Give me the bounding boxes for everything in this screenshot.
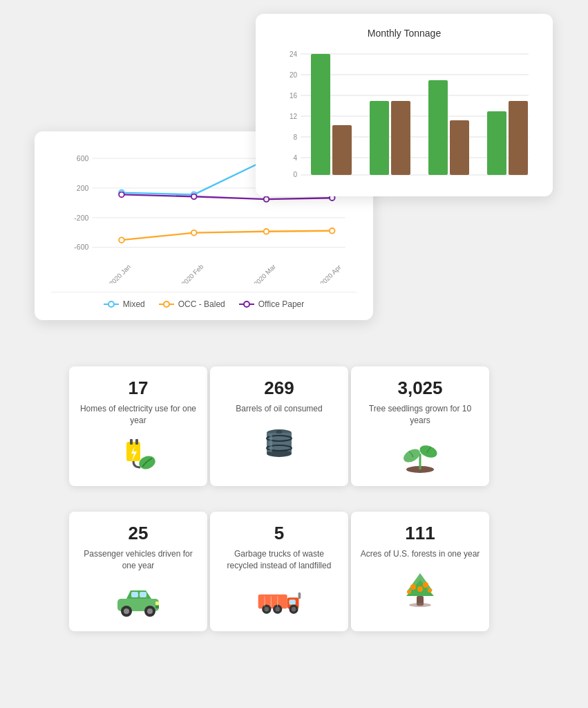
bar-chart-area: 24 20 16 12 8 4 0 (272, 47, 536, 185)
stat-card-electricity: 17 Homes of electricity use for one year (69, 366, 207, 486)
svg-rect-70 (140, 592, 146, 597)
electricity-icon (114, 435, 162, 476)
svg-point-97 (428, 588, 432, 593)
svg-rect-17 (391, 101, 410, 175)
stat-card-seedling: 3,025 Tree seedlings grown for 10 years (351, 366, 489, 486)
svg-point-85 (292, 606, 296, 611)
svg-rect-16 (370, 101, 389, 175)
stat-number-seedling: 3,025 (397, 378, 442, 399)
svg-text:600: 600 (77, 155, 89, 162)
stat-card-forest: 111 Acres of U.S. forests in one year (351, 512, 489, 631)
svg-text:20: 20 (290, 71, 298, 79)
svg-point-42 (119, 192, 124, 198)
svg-rect-63 (276, 430, 282, 434)
svg-rect-15 (332, 125, 352, 175)
svg-rect-54 (135, 439, 138, 445)
stat-number-forest: 111 (405, 523, 435, 544)
svg-rect-21 (509, 101, 528, 175)
stat-label-forest: Acres of U.S. forests in one year (361, 548, 480, 560)
svg-text:24: 24 (290, 50, 298, 58)
svg-text:12: 12 (290, 113, 298, 120)
stat-card-truck: 5 Garbage trucks of waste recycled inste… (210, 512, 348, 631)
stat-label-electricity: Homes of electricity use for one year (77, 403, 199, 427)
svg-rect-18 (428, 80, 448, 175)
svg-text:2020 Jan: 2020 Jan (108, 263, 132, 283)
svg-rect-62 (269, 434, 272, 452)
car-icon (114, 580, 162, 622)
page-container: Monthly Tonnage 24 20 16 12 8 4 0 (0, 0, 588, 708)
bar-chart-card: Monthly Tonnage 24 20 16 12 8 4 0 (256, 14, 553, 196)
svg-text:200: 200 (77, 185, 89, 192)
stat-number-truck: 5 (274, 523, 284, 544)
legend-mixed-label: Mixed (123, 299, 145, 309)
legend-office: Office Paper (239, 299, 304, 309)
svg-point-49 (164, 301, 169, 307)
svg-point-81 (265, 606, 269, 611)
truck-icon (255, 580, 303, 622)
line-chart-legend: Mixed OCC - Baled Office Paper (51, 292, 357, 309)
stats-row-2: 25 Passenger vehicles driven for one yea… (69, 512, 489, 631)
svg-point-95 (417, 586, 423, 592)
svg-text:2020 Feb: 2020 Feb (180, 263, 205, 283)
bar-chart-title: Monthly Tonnage (272, 28, 536, 39)
svg-rect-69 (131, 592, 138, 597)
stat-label-car: Passenger vehicles driven for one year (77, 548, 199, 572)
svg-text:8: 8 (293, 133, 297, 141)
svg-point-83 (275, 606, 280, 611)
seedling-icon (396, 435, 444, 476)
legend-office-label: Office Paper (258, 299, 304, 309)
svg-point-44 (264, 196, 269, 202)
svg-text:16: 16 (290, 92, 298, 100)
svg-point-43 (191, 194, 197, 199)
svg-rect-14 (311, 54, 330, 175)
bar-chart-svg: 24 20 16 12 8 4 0 (272, 47, 536, 185)
stat-label-oil: Barrels of oil consumed (236, 403, 322, 415)
stat-number-electricity: 17 (129, 378, 149, 399)
svg-text:-200: -200 (74, 214, 88, 222)
stat-card-oil: 269 Barrels of oil consumed (210, 366, 348, 486)
legend-mixed: Mixed (104, 299, 145, 309)
svg-rect-19 (450, 120, 469, 175)
mixed-legend-icon (104, 300, 119, 308)
stat-label-truck: Garbage trucks of waste recycled instead… (218, 548, 340, 572)
svg-point-39 (191, 230, 197, 236)
legend-occ: OCC - Baled (159, 299, 225, 309)
svg-point-94 (423, 582, 428, 588)
office-legend-icon (239, 300, 254, 308)
stat-number-car: 25 (129, 523, 149, 544)
svg-point-51 (244, 301, 249, 307)
svg-rect-20 (487, 111, 506, 175)
stat-number-oil: 269 (264, 378, 294, 399)
svg-rect-53 (130, 439, 133, 445)
svg-text:-600: -600 (74, 243, 88, 251)
svg-rect-76 (155, 606, 159, 608)
svg-text:0: 0 (293, 171, 297, 178)
svg-point-40 (264, 229, 269, 234)
svg-point-67 (418, 443, 439, 460)
svg-point-98 (409, 603, 431, 607)
svg-point-93 (410, 584, 416, 590)
svg-rect-77 (258, 594, 287, 608)
svg-point-38 (119, 237, 124, 243)
tree-icon (396, 568, 444, 610)
svg-point-96 (407, 590, 411, 594)
stat-label-seedling: Tree seedlings grown for 10 years (359, 403, 481, 427)
svg-rect-79 (289, 599, 295, 604)
svg-text:2020 Apr: 2020 Apr (319, 263, 343, 283)
occ-legend-icon (159, 300, 174, 308)
barrel-icon (255, 423, 303, 465)
svg-point-47 (108, 301, 114, 307)
svg-point-74 (147, 608, 153, 614)
legend-occ-label: OCC - Baled (178, 299, 225, 309)
svg-text:2020 Mar: 2020 Mar (252, 262, 278, 283)
svg-point-72 (124, 608, 129, 614)
svg-rect-75 (155, 602, 159, 605)
svg-rect-89 (298, 592, 301, 598)
svg-point-41 (330, 228, 335, 234)
stat-card-car: 25 Passenger vehicles driven for one yea… (69, 512, 207, 631)
svg-text:4: 4 (293, 154, 297, 162)
stats-row-1: 17 Homes of electricity use for one year (69, 366, 489, 486)
